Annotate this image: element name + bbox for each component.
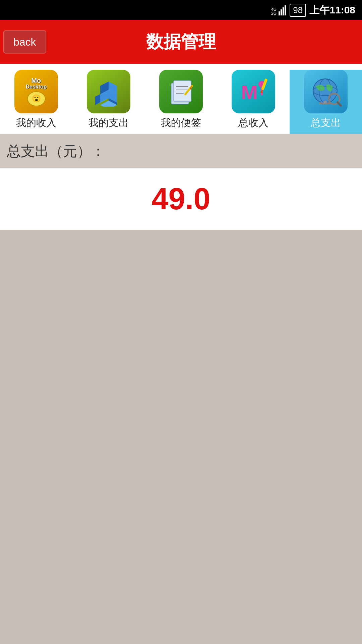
income-icon: Mo Desktop 😮 xyxy=(14,70,58,113)
tab-income-label: 我的收入 xyxy=(16,116,56,130)
total-expense-icon xyxy=(304,70,348,113)
tab-notes-label: 我的便签 xyxy=(161,116,201,130)
svg-rect-5 xyxy=(285,5,286,15)
notes-icon xyxy=(159,70,203,113)
page-title: 数据管理 xyxy=(0,30,362,54)
signal-indicator: 4G 2G xyxy=(271,5,286,15)
svg-text:M: M xyxy=(241,81,258,104)
tab-total-expense-label: 总支出 xyxy=(311,116,341,130)
total-income-icon: M xyxy=(232,70,275,113)
tab-total-income-label: 总收入 xyxy=(238,116,268,130)
expense-icon xyxy=(87,70,130,113)
tabs-bar: Mo Desktop 😮 我的收入 xyxy=(0,64,362,135)
tab-expense-label: 我的支出 xyxy=(88,116,129,130)
svg-line-31 xyxy=(338,102,341,106)
svg-rect-2 xyxy=(279,11,280,15)
svg-rect-3 xyxy=(281,9,282,15)
status-time: 上午11:08 xyxy=(309,3,355,17)
section-header: 总支出（元）： xyxy=(0,135,362,168)
tab-notes[interactable]: 我的便签 xyxy=(145,70,217,134)
svg-point-27 xyxy=(313,79,337,103)
svg-text:2G: 2G xyxy=(271,11,277,15)
battery-indicator: 98 xyxy=(290,4,306,17)
svg-marker-10 xyxy=(95,94,100,105)
value-display: 49.0 xyxy=(0,168,362,230)
status-bar: 4G 2G 98 上午11:08 xyxy=(0,0,362,20)
total-amount: 49.0 xyxy=(152,182,210,216)
svg-rect-33 xyxy=(324,101,326,104)
tab-total-income[interactable]: M 总收入 xyxy=(217,70,290,134)
tab-expense[interactable]: 我的支出 xyxy=(72,70,145,134)
tab-income[interactable]: Mo Desktop 😮 我的收入 xyxy=(0,70,72,134)
back-button[interactable]: back xyxy=(3,31,46,54)
section-title: 总支出（元）： xyxy=(7,143,105,159)
tab-total-expense[interactable]: 总支出 xyxy=(290,70,362,134)
app-header: back 数据管理 xyxy=(0,20,362,64)
content-area xyxy=(0,230,362,599)
svg-rect-4 xyxy=(283,7,284,15)
